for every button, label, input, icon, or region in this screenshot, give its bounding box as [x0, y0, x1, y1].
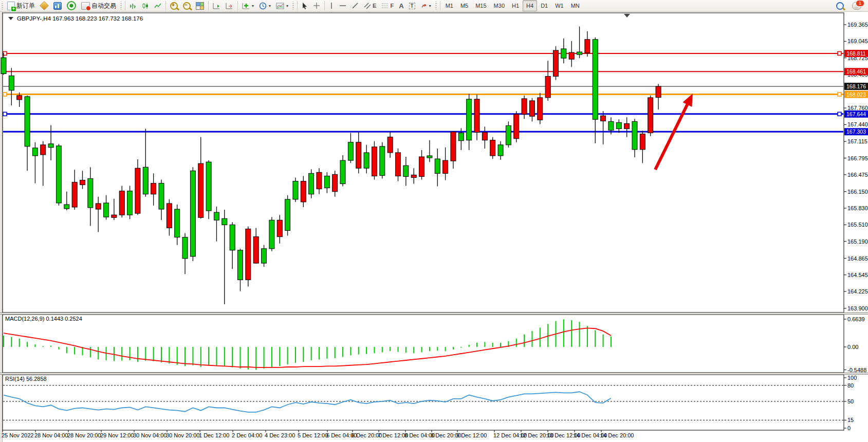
line-handle[interactable]: [3, 93, 7, 96]
channel-button[interactable]: E: [361, 0, 379, 11]
timeframe-m1-button[interactable]: M1: [442, 0, 457, 11]
candle-body: [396, 153, 401, 176]
candle-body: [585, 40, 590, 53]
chart-shift-icon: [226, 3, 233, 9]
time-tick-label: 14 Dec 20:00: [600, 432, 634, 438]
indicators-icon: [242, 3, 250, 9]
candle-body: [387, 137, 393, 153]
candle-body: [411, 175, 416, 177]
line-handle[interactable]: [3, 112, 7, 116]
zoom-in-icon: +: [170, 2, 178, 10]
price-badge-label: 167.303: [846, 128, 866, 135]
price-chart-canvas[interactable]: 169.365169.045168.725168.405167.760167.4…: [0, 11, 868, 442]
candle-body: [364, 153, 369, 168]
periods-button[interactable]: ▾: [256, 0, 273, 11]
timeframe-d1-button[interactable]: D1: [537, 0, 551, 11]
text-label-button[interactable]: T: [407, 0, 418, 11]
cursor-button[interactable]: [299, 0, 310, 11]
auto-trading-button[interactable]: 自动交易: [79, 0, 119, 11]
crosshair-button[interactable]: [310, 0, 323, 11]
macd-axis-label: 0.00: [847, 344, 858, 350]
candle-body: [451, 132, 456, 161]
community-button[interactable]: 1: [849, 0, 864, 11]
metaeditor-button[interactable]: [38, 0, 51, 11]
candle-body: [190, 171, 195, 256]
candle-body: [96, 204, 101, 209]
chart-shift-button[interactable]: [223, 0, 236, 11]
new-order-button[interactable]: + 新订单: [5, 0, 38, 11]
zoom-out-button[interactable]: −: [180, 0, 193, 11]
candle-body: [608, 121, 614, 130]
time-tick-label: 1 Dec 12:00: [199, 432, 229, 438]
line-handle[interactable]: [838, 93, 841, 96]
candle-body: [490, 140, 495, 156]
price-tick-label: 167.760: [847, 105, 868, 111]
price-axis[interactable]: 169.365169.045168.725168.405167.760167.4…: [844, 22, 868, 311]
candle-body: [474, 99, 479, 133]
price-tick-label: 166.150: [847, 189, 868, 195]
candle-body: [293, 181, 298, 199]
candle-body: [482, 133, 487, 140]
arrows-button[interactable]: ▾: [418, 0, 434, 11]
terminal-icon: [53, 2, 62, 10]
timeframe-m30-button[interactable]: M30: [490, 0, 508, 11]
rsi-axis-label: 100: [847, 375, 857, 381]
candle-body: [467, 99, 472, 140]
toolbar-grip: [120, 2, 122, 10]
candle-body: [309, 173, 314, 194]
candle-body: [72, 182, 77, 207]
fibonacci-button[interactable]: F: [379, 0, 396, 11]
candle-body: [135, 168, 140, 213]
time-tick-label: 30 Nov 04:00: [133, 432, 167, 438]
candle-body: [64, 205, 69, 209]
dropdown-caret: ▾: [429, 4, 431, 8]
signals-button[interactable]: [64, 0, 79, 11]
candle-body: [17, 96, 22, 100]
candle-body: [427, 156, 432, 158]
candle-body: [301, 181, 306, 202]
symbol-ohlc-label: GBPJPY-,H4 167.963 168.223 167.732 168.1…: [17, 15, 143, 22]
timeframe-h1-button[interactable]: H1: [508, 0, 523, 11]
candle-body: [593, 40, 598, 120]
timeframe-w1-button[interactable]: W1: [551, 0, 567, 11]
time-tick-label: 28 Nov 04:00: [34, 432, 68, 438]
zoom-in-button[interactable]: +: [168, 0, 180, 11]
time-axis[interactable]: 25 Nov 202228 Nov 04:0028 Nov 20:0029 No…: [2, 430, 634, 438]
candle-body: [206, 162, 211, 211]
chart-bars-button[interactable]: [127, 0, 139, 11]
candle-body: [277, 220, 282, 236]
chart-window[interactable]: 169.365169.045168.725168.405167.760167.4…: [0, 11, 868, 442]
zoom-out-icon: −: [183, 2, 191, 10]
trendline-button[interactable]: [349, 0, 361, 11]
chart-candles-button[interactable]: [139, 0, 152, 11]
candle-body: [435, 159, 440, 173]
mt4-terminal: { "toolbar": { "new_order_label": "新订单",…: [0, 0, 868, 442]
timeframe-m5-button[interactable]: M5: [457, 0, 472, 11]
timeframe-m15-button[interactable]: M15: [472, 0, 490, 11]
auto-scroll-button[interactable]: [210, 0, 223, 11]
horizontal-line-button[interactable]: [337, 0, 349, 11]
candle-body: [340, 160, 345, 183]
line-handle[interactable]: [838, 51, 841, 55]
crosshair-icon: [313, 2, 320, 9]
line-handle[interactable]: [838, 112, 841, 116]
chart-line-button[interactable]: [152, 0, 164, 11]
timeframe-mn-button[interactable]: MN: [567, 0, 583, 11]
auto-scroll-icon: [213, 3, 220, 9]
text-button[interactable]: A: [396, 0, 406, 11]
templates-button[interactable]: ▾: [273, 0, 291, 11]
separator: [324, 1, 325, 10]
macd-label: MACD(12,26,9) 0.1443 0.2524: [5, 316, 82, 322]
vertical-line-button[interactable]: [326, 0, 337, 11]
indicators-button[interactable]: ▾: [239, 0, 256, 11]
channel-letter: E: [373, 3, 376, 9]
tile-windows-button[interactable]: [193, 0, 207, 11]
terminal-button[interactable]: [51, 0, 64, 11]
time-tick-label: 28 Nov 20:00: [67, 432, 101, 438]
search-button[interactable]: [834, 0, 846, 11]
timeframe-h4-button[interactable]: H4: [523, 0, 537, 11]
candle-body: [88, 178, 93, 208]
candle-body: [104, 203, 109, 217]
candle-body: [348, 142, 353, 160]
time-tick-label: 7 Dec 12:00: [378, 432, 408, 438]
